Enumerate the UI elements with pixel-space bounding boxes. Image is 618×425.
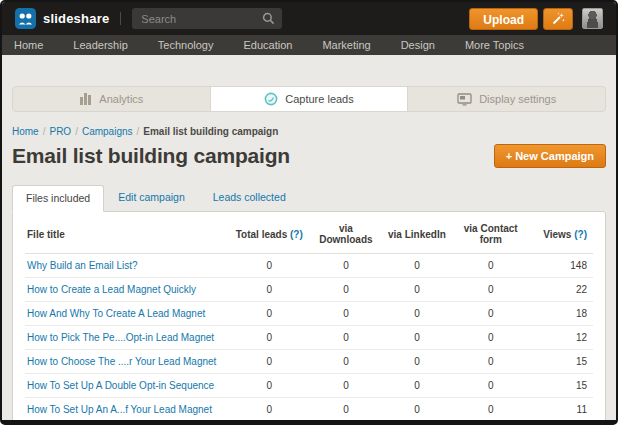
bar-chart-icon bbox=[79, 93, 92, 105]
table-row: Why Build an Email List? 0 0 0 0 148 bbox=[25, 254, 593, 278]
tab-display-settings-label: Display settings bbox=[479, 93, 556, 105]
cell-total-leads: 0 bbox=[229, 374, 309, 398]
col-views-label: Views bbox=[543, 229, 571, 240]
cell-total-leads: 0 bbox=[229, 326, 309, 350]
table-row: How To Set Up An A...f Your Lead Magnet … bbox=[25, 398, 593, 422]
cell-via-linkedin: 0 bbox=[383, 278, 451, 302]
capture-leads-icon bbox=[264, 92, 278, 106]
tab-capture-leads-label: Capture leads bbox=[285, 93, 354, 105]
breadcrumb-pro[interactable]: PRO bbox=[49, 126, 71, 137]
file-title-link[interactable]: How to Choose The ....r Your Lead Magnet bbox=[27, 356, 216, 367]
cell-via-contact-form: 0 bbox=[451, 350, 531, 374]
search-input[interactable] bbox=[132, 8, 282, 29]
cell-views: 148 bbox=[531, 254, 594, 278]
cell-via-linkedin: 0 bbox=[383, 326, 451, 350]
breadcrumb-current: Email list building campaign bbox=[143, 126, 278, 137]
nav-item-more-topics[interactable]: More Topics bbox=[465, 39, 542, 51]
cell-total-leads: 0 bbox=[229, 398, 309, 422]
breadcrumb-separator: / bbox=[43, 126, 46, 137]
file-title-link[interactable]: How to Pick The Pe....Opt-in Lead Magnet bbox=[27, 332, 214, 343]
tab-leads-collected[interactable]: Leads collected bbox=[199, 185, 300, 211]
page-content: Analytics Capture leads Display settings bbox=[2, 86, 616, 425]
tab-capture-leads[interactable]: Capture leads bbox=[211, 87, 409, 111]
cell-via-linkedin: 0 bbox=[383, 350, 451, 374]
cell-via-contact-form: 0 bbox=[451, 374, 531, 398]
cell-total-leads: 0 bbox=[229, 302, 309, 326]
file-title-link[interactable]: How And Why To Create A Lead Magnet bbox=[27, 308, 205, 319]
total-leads-help-link[interactable]: (?) bbox=[290, 229, 303, 240]
search-icon[interactable] bbox=[262, 12, 275, 25]
col-file-title: File title bbox=[25, 214, 229, 254]
cell-via-linkedin: 0 bbox=[383, 374, 451, 398]
nav-item-leadership[interactable]: Leadership bbox=[73, 39, 145, 51]
cell-views: 15 bbox=[531, 374, 594, 398]
table-row: How to Choose The ....r Your Lead Magnet… bbox=[25, 350, 593, 374]
cell-views: 22 bbox=[531, 278, 594, 302]
views-help-link[interactable]: (?) bbox=[574, 229, 587, 240]
cell-views: 18 bbox=[531, 302, 594, 326]
divider bbox=[120, 12, 121, 25]
cell-views: 15 bbox=[531, 350, 594, 374]
view-tab-bar: Analytics Capture leads Display settings bbox=[12, 86, 606, 112]
table-row: How to Pick The Pe....Opt-in Lead Magnet… bbox=[25, 326, 593, 350]
col-via-downloads: via Downloads bbox=[309, 214, 383, 254]
breadcrumb: Home/PRO/Campaigns/Email list building c… bbox=[12, 126, 606, 137]
cell-views: 12 bbox=[531, 326, 594, 350]
category-nav: Home Leadership Technology Education Mar… bbox=[2, 35, 616, 55]
cell-via-contact-form: 0 bbox=[451, 302, 531, 326]
search-box bbox=[132, 8, 282, 29]
table-row: How And Why To Create A Lead Magnet 0 0 … bbox=[25, 302, 593, 326]
col-total-leads: Total leads (?) bbox=[229, 214, 309, 254]
upload-button[interactable]: Upload bbox=[469, 8, 538, 30]
col-via-contact-form: via Contact form bbox=[451, 214, 531, 254]
col-via-linkedin: via LinkedIn bbox=[383, 214, 451, 254]
title-row: Email list building campaign + New Campa… bbox=[12, 144, 606, 168]
magic-wand-icon bbox=[551, 12, 565, 26]
cell-via-contact-form: 0 bbox=[451, 398, 531, 422]
top-header: slideshare Upload bbox=[2, 2, 616, 35]
tab-edit-campaign[interactable]: Edit campaign bbox=[104, 185, 199, 211]
tab-analytics-label: Analytics bbox=[99, 93, 143, 105]
files-table: File title Total leads (?) via Downloads… bbox=[25, 214, 593, 421]
table-row: How To Set Up A Double Opt-in Sequence 0… bbox=[25, 374, 593, 398]
files-table-card: File title Total leads (?) via Downloads… bbox=[12, 211, 606, 425]
cell-total-leads: 0 bbox=[229, 254, 309, 278]
cell-via-linkedin: 0 bbox=[383, 398, 451, 422]
magic-wand-button[interactable] bbox=[543, 8, 573, 30]
cell-via-downloads: 0 bbox=[309, 302, 383, 326]
nav-item-education[interactable]: Education bbox=[243, 39, 310, 51]
new-campaign-button[interactable]: + New Campaign bbox=[494, 144, 606, 168]
col-views: Views (?) bbox=[531, 214, 594, 254]
cell-via-contact-form: 0 bbox=[451, 326, 531, 350]
file-title-link[interactable]: Why Build an Email List? bbox=[27, 260, 138, 271]
brand-name[interactable]: slideshare bbox=[43, 11, 109, 26]
breadcrumb-home[interactable]: Home bbox=[12, 126, 39, 137]
cell-via-contact-form: 0 bbox=[451, 254, 531, 278]
cell-via-downloads: 0 bbox=[309, 374, 383, 398]
tab-analytics[interactable]: Analytics bbox=[13, 87, 211, 111]
display-settings-icon bbox=[457, 93, 472, 106]
nav-item-technology[interactable]: Technology bbox=[158, 39, 232, 51]
nav-item-home[interactable]: Home bbox=[14, 39, 61, 51]
campaign-tab-bar: Files included Edit campaign Leads colle… bbox=[12, 185, 606, 211]
cell-total-leads: 0 bbox=[229, 350, 309, 374]
nav-item-marketing[interactable]: Marketing bbox=[322, 39, 388, 51]
nav-item-design[interactable]: Design bbox=[401, 39, 453, 51]
cell-via-contact-form: 0 bbox=[451, 278, 531, 302]
cell-via-downloads: 0 bbox=[309, 326, 383, 350]
cell-via-downloads: 0 bbox=[309, 254, 383, 278]
tab-files-included[interactable]: Files included bbox=[12, 185, 104, 212]
tab-display-settings[interactable]: Display settings bbox=[408, 87, 605, 111]
browser-window: slideshare Upload Home Leadership Techno… bbox=[0, 0, 618, 425]
breadcrumb-campaigns[interactable]: Campaigns bbox=[82, 126, 133, 137]
slideshare-logo-icon[interactable] bbox=[15, 8, 36, 29]
file-title-link[interactable]: How to Create a Lead Magnet Quickly bbox=[27, 284, 196, 295]
cell-views: 11 bbox=[531, 398, 594, 422]
user-avatar[interactable] bbox=[582, 8, 603, 29]
cell-total-leads: 0 bbox=[229, 278, 309, 302]
file-title-link[interactable]: How To Set Up An A...f Your Lead Magnet bbox=[27, 404, 212, 415]
file-title-link[interactable]: How To Set Up A Double Opt-in Sequence bbox=[27, 380, 214, 391]
cell-via-linkedin: 0 bbox=[383, 302, 451, 326]
page-title: Email list building campaign bbox=[12, 144, 290, 168]
cell-via-downloads: 0 bbox=[309, 350, 383, 374]
